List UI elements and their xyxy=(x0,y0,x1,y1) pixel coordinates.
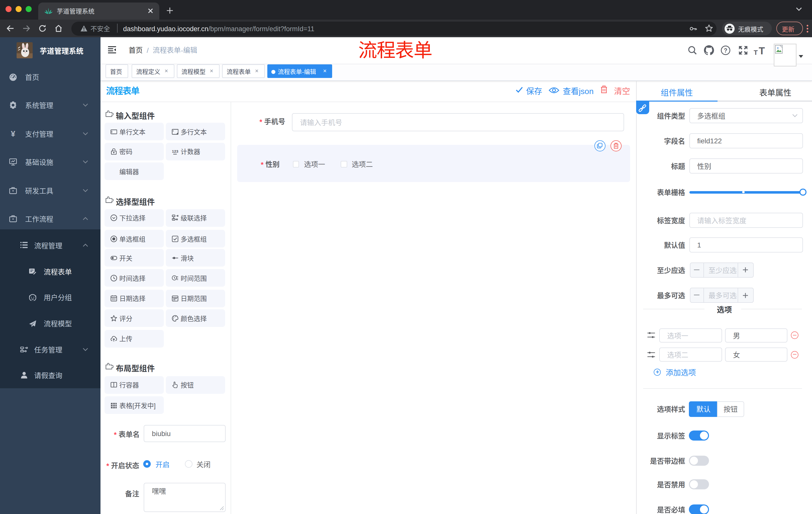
svg-text:¥: ¥ xyxy=(11,130,15,138)
svg-text:?: ? xyxy=(724,47,727,54)
svg-text:123: 123 xyxy=(172,149,178,154)
